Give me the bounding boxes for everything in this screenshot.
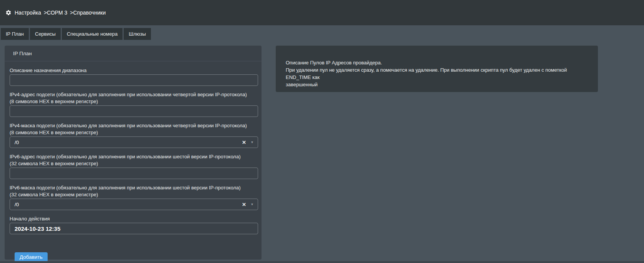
ipv4-address-label-line1: IPv4-адрес подсети (обязательно для запо… — [10, 92, 262, 98]
ipv6-mask-selected-value: /0 — [15, 202, 242, 207]
breadcrumb: Настройка >СОРМ 3 >Справочники — [15, 10, 106, 16]
start-date-group: Начало действия — [10, 216, 262, 234]
ip-plan-panel: IP План Описание назначения диапазона IP… — [5, 46, 262, 260]
breadcrumb-item-directories[interactable]: >Справочники — [70, 10, 106, 16]
ip-plan-form: Описание назначения диапазона IPv4-адрес… — [5, 61, 262, 262]
ipv4-mask-select[interactable]: /0 ✕ ▾ — [10, 136, 258, 148]
clear-icon[interactable]: ✕ — [242, 140, 246, 145]
tab-special-numbers[interactable]: Специальные номера — [62, 28, 123, 40]
start-date-label: Начало действия — [10, 216, 262, 222]
ipv6-mask-group: IPv6-маска подсети (обязательно для запо… — [10, 185, 262, 210]
ipv4-address-group: IPv4-адрес подсети (обязательно для запо… — [10, 92, 262, 117]
ipv4-mask-label-line2: (8 символов HEX в верхнем регистре) — [10, 130, 262, 136]
tab-ip-plan[interactable]: IP План — [1, 28, 29, 40]
ipv6-address-input[interactable] — [10, 168, 258, 179]
info-text: Описание Пулов IP Адресов провайдера. Пр… — [286, 60, 567, 87]
ipv6-address-label-line1: IPv6-адрес подсети (обязательно для запо… — [10, 154, 262, 160]
ipv6-address-label-line2: (32 символа HEX в верхнем регистре) — [10, 161, 262, 167]
gear-icon — [5, 10, 12, 16]
ipv6-mask-label-line2: (32 символа HEX в верхнем регистре) — [10, 192, 262, 198]
bottom-edge-strip — [0, 261, 644, 263]
ipv4-mask-selected-value: /0 — [15, 140, 242, 145]
tab-bar: IP План Сервисы Специальные номера Шлюзы — [1, 28, 151, 40]
ipv4-address-input[interactable] — [10, 105, 258, 117]
ipv4-mask-label-line1: IPv4-маска подсети (обязательно для запо… — [10, 123, 262, 129]
start-date-input[interactable] — [10, 223, 258, 234]
chevron-down-icon[interactable]: ▾ — [251, 140, 253, 144]
range-description-input[interactable] — [10, 74, 258, 86]
chevron-down-icon[interactable]: ▾ — [251, 202, 253, 206]
ipv6-address-group: IPv6-адрес подсети (обязательно для запо… — [10, 154, 262, 179]
top-navigation-bar: Настройка >СОРМ 3 >Справочники — [0, 0, 644, 25]
breadcrumb-item-settings[interactable]: Настройка — [15, 10, 41, 16]
range-description-label: Описание назначения диапазона — [10, 67, 262, 74]
breadcrumb-item-sorm3[interactable]: >СОРМ 3 — [44, 10, 67, 16]
add-button[interactable]: Добавить — [15, 252, 48, 262]
tab-services[interactable]: Сервисы — [30, 28, 61, 40]
clear-icon[interactable]: ✕ — [242, 202, 246, 207]
range-description-group: Описание назначения диапазона — [10, 67, 262, 86]
ipv6-mask-select[interactable]: /0 ✕ ▾ — [10, 199, 258, 210]
ipv4-address-label-line2: (8 символов HEX в верхнем регистре) — [10, 99, 262, 105]
tab-gateways[interactable]: Шлюзы — [124, 28, 151, 40]
info-box: Описание Пулов IP Адресов провайдера. Пр… — [276, 46, 598, 92]
ipv4-mask-group: IPv4-маска подсети (обязательно для запо… — [10, 123, 262, 148]
panel-title: IP План — [5, 46, 262, 61]
ipv6-mask-label-line1: IPv6-маска подсети (обязательно для запо… — [10, 185, 262, 191]
